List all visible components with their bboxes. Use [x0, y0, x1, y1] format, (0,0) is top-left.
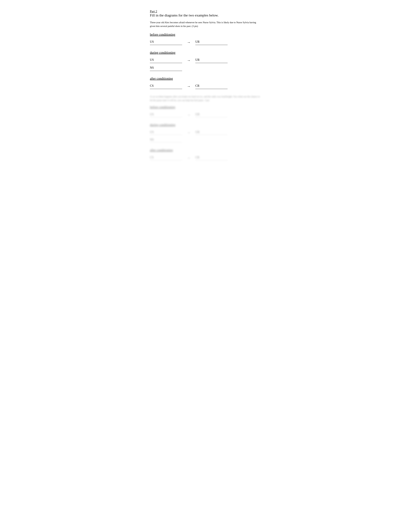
after-cr-cell: CR — [195, 84, 228, 89]
example2-container: A car accident happens after you brake t… — [150, 95, 261, 160]
example2-before-us-cell: US — [150, 113, 182, 117]
example2-after-cr-cell: CR — [195, 156, 228, 160]
example2-ns-label: NS — [150, 138, 159, 141]
during-conditioning-heading: during conditioning — [150, 51, 261, 55]
after-cs-label: CS — [150, 84, 159, 87]
example2-during-heading: during conditioning — [150, 123, 261, 127]
before-us-cell: US — [150, 40, 182, 45]
during-ur-line — [195, 63, 228, 63]
example2-during-us-line — [150, 135, 182, 135]
example2-after-cr-label: CR — [195, 156, 205, 159]
example2-before-ur-label: UR — [195, 113, 205, 116]
during-conditioning-section: during conditioning US → UR NS — [150, 51, 261, 71]
part-header: Part 2 Fill in the diagrams for the two … — [150, 10, 261, 17]
example2-ns-cell: NS — [150, 138, 261, 142]
during-us-ur-row: US → UR — [150, 58, 261, 63]
example2-during-ur-line — [195, 135, 228, 135]
example2-before-us-line — [150, 117, 182, 117]
example2-during-ur-cell: UR — [195, 130, 228, 135]
during-us-label: US — [150, 58, 159, 62]
example2-ns-row: NS — [150, 138, 261, 142]
example2-during-us-label: US — [150, 130, 159, 134]
before-ur-cell: UR — [195, 40, 228, 45]
before-us-label: US — [150, 40, 159, 44]
during-ur-cell: UR — [195, 58, 228, 63]
example2-before-row: US → UR — [150, 113, 261, 117]
after-conditioning-heading: after conditioning — [150, 77, 261, 80]
during-ns-cell: NS — [150, 66, 261, 71]
example2-during-section: during conditioning US → UR NS — [150, 123, 261, 142]
example2-after-cs-line — [150, 160, 182, 160]
during-ns-label: NS — [150, 66, 159, 69]
example2-after-heading: after conditioning — [150, 148, 261, 152]
example2-before-arrow: → — [182, 113, 195, 117]
example2-before-heading: before conditioning — [150, 105, 261, 109]
example2-during-arrow: → — [182, 130, 195, 135]
example1-intro: Three-year old Alex becomes afraid whene… — [150, 21, 261, 28]
after-cs-cr-row: CS → CR — [150, 84, 261, 89]
before-arrow: → — [182, 40, 195, 45]
after-cr-label: CR — [195, 84, 205, 87]
before-ur-label: UR — [195, 40, 205, 44]
part-title: Fill in the diagrams for the two example… — [150, 13, 261, 17]
example2-after-cs-label: CS — [150, 156, 159, 159]
example2-after-section: after conditioning CS → CR — [150, 148, 261, 160]
example2-after-cs-cell: CS — [150, 156, 182, 160]
before-ur-line — [195, 45, 228, 45]
during-us-line — [150, 63, 182, 63]
during-arrow: → — [182, 58, 195, 63]
example2-after-arrow: → — [182, 156, 195, 160]
example2-before-us-label: US — [150, 113, 159, 116]
after-arrow: → — [182, 84, 195, 88]
example2-ns-line — [150, 142, 182, 142]
part-label: Part 2 — [150, 10, 261, 13]
example2-during-us-cell: US — [150, 130, 182, 135]
example2-during-row: US → UR — [150, 130, 261, 135]
during-us-cell: US — [150, 58, 182, 63]
example2-before-section: before conditioning US → UR — [150, 105, 261, 117]
before-conditioning-section: before conditioning US → UR — [150, 33, 261, 45]
example2-intro: A car accident happens after you brake t… — [150, 95, 261, 102]
after-conditioning-section: after conditioning CS → CR — [150, 77, 261, 89]
example2-during-ur-label: UR — [195, 130, 205, 134]
example2-after-cr-line — [195, 160, 228, 160]
after-cs-cell: CS — [150, 84, 182, 89]
example2-before-ur-cell: UR — [195, 113, 228, 117]
during-ns-row: NS — [150, 66, 261, 71]
example2-after-row: CS → CR — [150, 156, 261, 160]
example2-before-ur-line — [195, 117, 228, 117]
during-ur-label: UR — [195, 58, 205, 62]
before-us-ur-row: US → UR — [150, 40, 261, 45]
before-us-line — [150, 45, 182, 45]
before-conditioning-heading: before conditioning — [150, 33, 261, 37]
